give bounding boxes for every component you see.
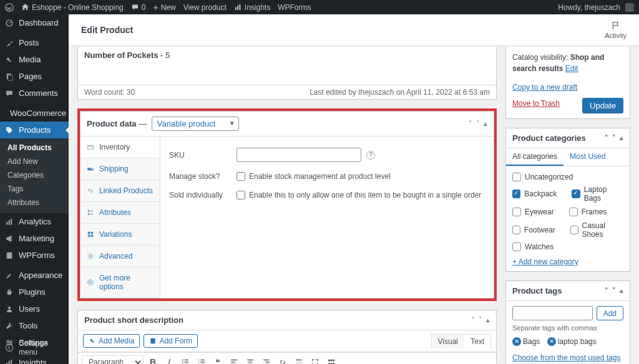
choose-tags-link[interactable]: Choose from the most used tags [512, 353, 620, 362]
toggle-icon[interactable]: ▴ [486, 316, 490, 324]
toggle-icon[interactable]: ▴ [620, 287, 623, 295]
menu-marketing[interactable]: Marketing [0, 230, 69, 247]
move-up-icon[interactable]: ˄ [605, 134, 608, 142]
product-type-select[interactable]: Variable product [152, 117, 239, 131]
move-up-icon[interactable]: ˄ [469, 120, 472, 128]
move-up-icon[interactable]: ˄ [605, 287, 608, 295]
remove-tag-bags[interactable]: ✕ [512, 337, 521, 346]
update-button[interactable]: Update [582, 98, 623, 113]
link-button[interactable] [276, 355, 290, 364]
menu-appearance[interactable]: Appearance [0, 267, 69, 284]
svg-rect-31 [88, 235, 90, 237]
quote-button[interactable]: ❝ [211, 355, 225, 364]
insert-more-button[interactable] [292, 355, 306, 364]
cat-tab-most-used[interactable]: Most Used [563, 148, 612, 166]
tab-variations[interactable]: Variations [80, 224, 160, 246]
add-media-button[interactable]: Add Media [83, 334, 140, 348]
format-select[interactable]: Paragraph [82, 355, 144, 364]
align-left-button[interactable] [227, 355, 241, 364]
align-right-button[interactable] [260, 355, 273, 364]
menu-tools[interactable]: Tools [0, 317, 69, 334]
cat-casual-shoes-checkbox[interactable] [570, 226, 578, 234]
new-link[interactable]: +New [153, 2, 175, 12]
submenu-tags[interactable]: Tags [0, 182, 69, 196]
wpforms-link[interactable]: WPForms [278, 3, 311, 12]
cat-eyewear-checkbox[interactable] [512, 208, 521, 216]
svg-rect-52 [248, 362, 252, 362]
svg-point-0 [6, 3, 14, 11]
tab-more-options[interactable]: Get more options [80, 267, 160, 298]
tab-attributes[interactable]: Attributes [80, 202, 160, 224]
menu-analytics[interactable]: Analytics [0, 213, 69, 230]
cat-frames-checkbox[interactable] [569, 208, 578, 216]
add-category-link[interactable]: + Add new category [512, 257, 578, 266]
menu-posts[interactable]: Posts [0, 34, 69, 51]
add-tag-button[interactable]: Add [597, 306, 623, 320]
collapse-menu[interactable]: Collapse menu [0, 335, 69, 360]
tab-inventory[interactable]: Inventory [80, 136, 160, 158]
move-up-icon[interactable]: ˄ [471, 316, 475, 324]
view-product-link[interactable]: View product [183, 3, 227, 12]
wp-logo-link[interactable] [5, 3, 14, 12]
move-down-icon[interactable]: ˅ [476, 120, 480, 128]
move-down-icon[interactable]: ˅ [612, 287, 616, 295]
svg-rect-10 [6, 222, 7, 225]
align-center-button[interactable] [243, 355, 257, 364]
tab-advanced[interactable]: Advanced [80, 246, 160, 267]
page-title: Edit Product [81, 25, 133, 35]
menu-woocommerce[interactable]: WooCommerce [0, 105, 69, 122]
bold-button[interactable]: B [146, 355, 160, 364]
cat-footwear-checkbox[interactable] [512, 226, 520, 234]
help-icon[interactable]: ? [366, 151, 375, 160]
sku-input[interactable] [237, 148, 361, 162]
toggle-icon[interactable]: ▴ [620, 134, 623, 142]
insights-link[interactable]: Insights [234, 3, 270, 12]
move-down-icon[interactable]: ˅ [612, 134, 616, 142]
copy-draft-link[interactable]: Copy to a new draft [512, 83, 577, 92]
move-to-trash[interactable]: Move to Trash [512, 99, 560, 108]
activity-button[interactable]: Activity [605, 21, 627, 39]
tab-linked[interactable]: Linked Products [80, 180, 160, 202]
menu-products[interactable]: Products [0, 122, 69, 138]
menu-dashboard[interactable]: Dashboard [0, 14, 69, 31]
menu-plugins[interactable]: Plugins [0, 284, 69, 300]
cat-backpack-checkbox[interactable] [512, 189, 520, 198]
submenu-categories[interactable]: Categories [0, 168, 69, 182]
submenu-add-new[interactable]: Add New [0, 155, 69, 168]
menu-pages[interactable]: Pages [0, 68, 69, 85]
site-link[interactable]: Eshoppe - Online Shopping [21, 3, 124, 12]
howdy-link[interactable]: Howdy, thejuszach [558, 3, 634, 12]
toolbar-toggle-button[interactable] [324, 355, 338, 364]
sold-individually-checkbox[interactable] [237, 191, 245, 199]
catalog-vis-edit[interactable]: Edit [565, 64, 578, 73]
cat-tab-all[interactable]: All categories [506, 148, 563, 166]
tag-input[interactable] [512, 306, 593, 320]
cat-watches-checkbox[interactable] [512, 242, 521, 251]
menu-users[interactable]: Users [0, 300, 69, 317]
tab-shipping[interactable]: Shipping [80, 158, 160, 180]
number-list-button[interactable]: 12 [195, 355, 208, 364]
manage-stock-checkbox[interactable] [237, 172, 245, 181]
remove-tag-laptop-bags[interactable]: ✕ [547, 337, 556, 346]
menu-comments[interactable]: Comments [0, 85, 69, 102]
menu-wpforms[interactable]: WPForms [0, 247, 69, 264]
bullet-list-button[interactable] [178, 355, 192, 364]
submenu-attributes[interactable]: Attributes [0, 196, 69, 209]
comments-link[interactable]: 0 [131, 3, 146, 12]
fullscreen-button[interactable] [308, 355, 322, 364]
cat-laptop-bags-checkbox[interactable] [572, 189, 580, 198]
tools-icon [5, 322, 14, 330]
submenu-all-products[interactable]: All Products [0, 141, 69, 155]
italic-button[interactable]: I [162, 355, 176, 364]
visual-tab[interactable]: Visual [432, 335, 464, 348]
cat-uncategorized-checkbox[interactable] [512, 173, 521, 181]
move-down-icon[interactable]: ˅ [479, 316, 482, 324]
add-form-button[interactable]: Add Form [144, 334, 198, 348]
toggle-icon[interactable]: ▴ [484, 120, 487, 128]
inventory-panel: SKU ? Manage stock? Enable stock managem… [160, 136, 494, 298]
svg-rect-22 [9, 361, 10, 364]
menu-media[interactable]: Media [0, 51, 69, 68]
text-tab[interactable]: Text [464, 335, 490, 348]
pin-icon [5, 39, 14, 47]
svg-rect-49 [231, 362, 235, 362]
